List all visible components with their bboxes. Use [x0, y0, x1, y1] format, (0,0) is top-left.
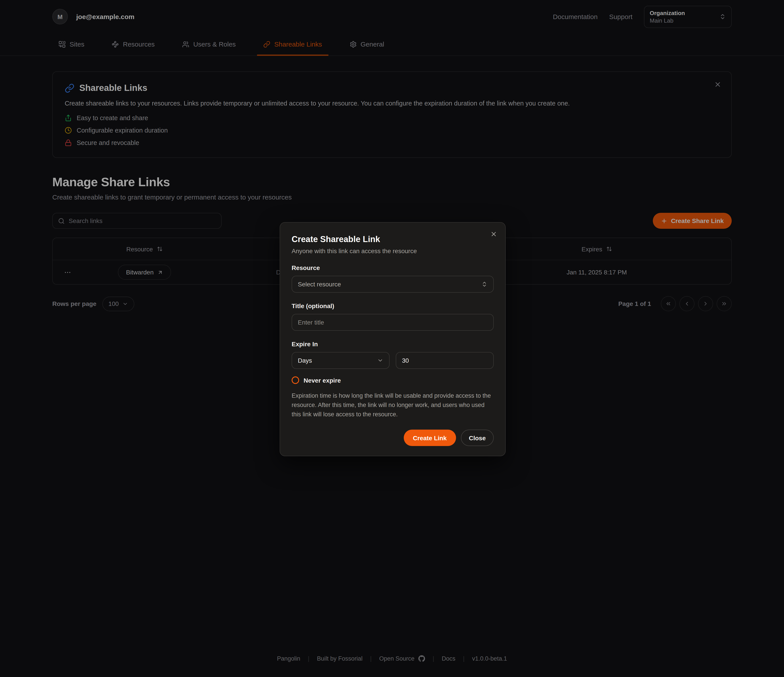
resource-select[interactable]: Select resource [292, 276, 494, 293]
modal-title: Create Shareable Link [292, 235, 494, 244]
create-shareable-link-modal: Create Shareable Link Anyone with this l… [280, 222, 506, 456]
close-button[interactable]: Close [461, 430, 494, 446]
radio-circle-icon [292, 377, 299, 384]
never-expire-radio[interactable]: Never expire [292, 377, 494, 384]
resource-select-value: Select resource [298, 281, 341, 288]
close-icon[interactable] [490, 230, 497, 238]
never-expire-label: Never expire [303, 377, 341, 384]
title-label: Title (optional) [292, 302, 494, 310]
chevrons-up-down-icon [481, 281, 487, 287]
expiration-help-text: Expiration time is how long the link wil… [292, 391, 494, 419]
chevron-down-icon [377, 357, 383, 364]
create-link-button[interactable]: Create Link [403, 430, 456, 446]
expire-in-label: Expire In [292, 341, 494, 348]
title-input[interactable] [292, 314, 494, 331]
resource-label: Resource [292, 264, 494, 271]
modal-subtitle: Anyone with this link can access the res… [292, 247, 494, 254]
expire-value-input[interactable] [396, 352, 494, 369]
expire-unit-select[interactable]: Days [292, 352, 390, 369]
expire-unit-value: Days [298, 357, 312, 364]
